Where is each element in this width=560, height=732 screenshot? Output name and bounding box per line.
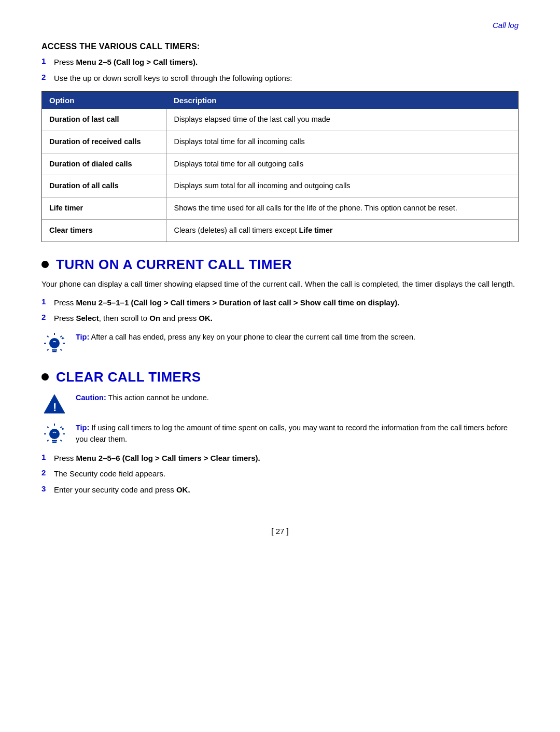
turn-on-intro: Your phone can display a call timer show… <box>41 278 519 290</box>
bullet-dot <box>41 261 49 268</box>
step-number: 1 <box>41 297 54 309</box>
option-cell: Clear timers <box>42 219 166 241</box>
step-number: 1 <box>41 453 54 464</box>
access-heading: ACCESS THE VARIOUS CALL TIMERS: <box>41 42 519 51</box>
table-row: Duration of last call Displays elapsed t… <box>42 109 518 131</box>
caution-icon-area: ! <box>41 392 67 415</box>
clear-step-1: 1 Press Menu 2–5–6 (Call log > Call time… <box>41 453 519 464</box>
caution-label: Caution: <box>76 393 106 402</box>
page-footer: [ 27 ] <box>41 527 519 536</box>
step-number: 3 <box>41 484 54 496</box>
step-number: 2 <box>41 313 54 325</box>
table-row: Life timer Shows the time used for all c… <box>42 198 518 220</box>
table-header-row: Option Description <box>42 92 518 109</box>
turn-on-step-2: 2 Press Select, then scroll to On and pr… <box>41 313 519 325</box>
svg-line-3 <box>61 349 62 350</box>
tip-text-2: Tip: If using call timers to log the amo… <box>76 423 519 445</box>
svg-line-19 <box>47 440 49 441</box>
table-row: Clear timers Clears (deletes) all call t… <box>42 219 518 241</box>
option-cell: Life timer <box>42 198 166 220</box>
turn-on-title-row: TURN ON A CURRENT CALL TIMER <box>41 257 519 273</box>
turn-on-heading: TURN ON A CURRENT CALL TIMER <box>56 257 292 273</box>
svg-text:✦: ✦ <box>61 426 65 432</box>
bullet-dot <box>41 373 49 381</box>
option-cell: Duration of received calls <box>42 131 166 153</box>
page-number: [ 27 ] <box>271 527 288 536</box>
step-number: 1 <box>41 57 54 68</box>
tip-block-2: ✦ Tip: If using call timers to log the a… <box>41 423 519 445</box>
step-content: Press Menu 2–5–1–1 (Call log > Call time… <box>54 297 519 309</box>
col-description: Description <box>166 92 518 109</box>
tip-icon-2: ✦ <box>43 423 66 445</box>
svg-point-7 <box>49 338 60 348</box>
access-step-2: 2 Use the up or down scroll keys to scro… <box>41 73 519 85</box>
tip-text: Tip: After a call has ended, press any k… <box>76 332 415 343</box>
step-number: 2 <box>41 468 54 480</box>
svg-line-4 <box>47 336 49 337</box>
option-cell: Duration of last call <box>42 109 166 131</box>
tip-icon: ✦ <box>43 332 66 355</box>
step-content: Enter your security code and press OK. <box>54 484 519 496</box>
clear-step-3: 3 Enter your security code and press OK. <box>41 484 519 496</box>
table-row: Duration of received calls Displays tota… <box>42 131 518 153</box>
svg-line-16 <box>61 440 62 441</box>
tip-icon-area: ✦ <box>41 332 67 355</box>
clear-title-row: CLEAR CALL TIMERS <box>41 369 519 385</box>
svg-line-6 <box>47 349 49 350</box>
step-content: Press Menu 2–5–6 (Call log > Call timers… <box>54 453 519 464</box>
col-option: Option <box>42 92 166 109</box>
option-cell: Duration of all calls <box>42 175 166 198</box>
caution-icon: ! <box>43 392 66 415</box>
description-cell: Displays sum total for all incoming and … <box>166 175 518 198</box>
step-content: Use the up or down scroll keys to scroll… <box>54 73 519 85</box>
clear-heading: CLEAR CALL TIMERS <box>56 369 201 385</box>
tip-block: ✦ Tip: After a call has ended, press any… <box>41 332 519 355</box>
clear-section: CLEAR CALL TIMERS ! Caution: This action… <box>41 369 519 496</box>
turn-on-section: TURN ON A CURRENT CALL TIMER Your phone … <box>41 257 519 355</box>
svg-text:✦: ✦ <box>61 335 65 341</box>
caution-block: ! Caution: This action cannot be undone. <box>41 392 519 415</box>
table-row: Duration of all calls Displays sum total… <box>42 175 518 198</box>
page-header: Call log <box>41 21 519 30</box>
step-number: 2 <box>41 73 54 85</box>
option-cell: Duration of dialed calls <box>42 153 166 175</box>
options-table: Option Description Duration of last call… <box>41 91 519 242</box>
caution-text: Caution: This action cannot be undone. <box>76 392 209 404</box>
turn-on-step-1: 1 Press Menu 2–5–1–1 (Call log > Call ti… <box>41 297 519 309</box>
description-cell: Clears (deletes) all call timers except … <box>166 219 518 241</box>
clear-step-2: 2 The Security code field appears. <box>41 468 519 480</box>
tip-label: Tip: <box>76 333 89 341</box>
svg-line-17 <box>47 427 49 428</box>
description-cell: Shows the time used for all calls for th… <box>166 198 518 220</box>
description-cell: Displays total time for all incoming cal… <box>166 131 518 153</box>
header-title: Call log <box>493 21 519 30</box>
call-timers-table: Option Description Duration of last call… <box>42 92 518 242</box>
step-content: The Security code field appears. <box>54 468 519 480</box>
description-cell: Displays elapsed time of the last call y… <box>166 109 518 131</box>
description-cell: Displays total time for all outgoing cal… <box>166 153 518 175</box>
svg-text:!: ! <box>53 401 57 414</box>
step-content: Press Select, then scroll to On and pres… <box>54 313 519 325</box>
svg-point-20 <box>49 429 60 439</box>
access-section: ACCESS THE VARIOUS CALL TIMERS: 1 Press … <box>41 42 519 242</box>
table-row: Duration of dialed calls Displays total … <box>42 153 518 175</box>
step-content: Press Menu 2–5 (Call log > Call timers). <box>54 57 519 68</box>
access-step-1: 1 Press Menu 2–5 (Call log > Call timers… <box>41 57 519 68</box>
tip-label-2: Tip: <box>76 424 89 432</box>
tip-icon-area-2: ✦ <box>41 423 67 445</box>
